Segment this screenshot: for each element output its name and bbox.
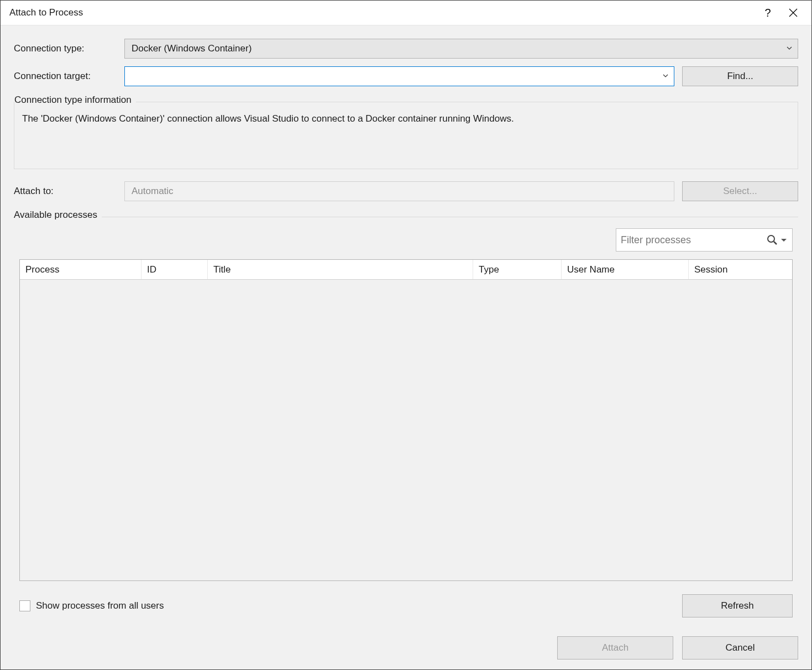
cancel-button[interactable]: Cancel — [682, 636, 798, 659]
column-type[interactable]: Type — [473, 260, 562, 279]
filter-box — [616, 228, 793, 252]
attach-to-label: Attach to: — [14, 186, 124, 197]
svg-point-2 — [768, 235, 774, 242]
connection-type-info-title: Connection type information — [14, 95, 136, 106]
help-button[interactable]: ? — [755, 3, 780, 23]
column-process[interactable]: Process — [20, 260, 142, 279]
dialog-content: Connection type: Docker (Windows Contain… — [1, 25, 811, 669]
show-all-users-checkbox-wrap[interactable]: Show processes from all users — [19, 600, 164, 611]
connection-type-row: Connection type: Docker (Windows Contain… — [14, 39, 798, 59]
column-session[interactable]: Session — [689, 260, 792, 279]
attach-to-process-dialog: Attach to Process ? Connection type: Doc… — [0, 0, 812, 670]
window-title: Attach to Process — [9, 7, 755, 18]
find-button[interactable]: Find... — [682, 66, 798, 86]
column-user-name[interactable]: User Name — [562, 260, 689, 279]
connection-target-input[interactable] — [124, 66, 674, 86]
available-processes-title: Available processes — [14, 210, 102, 221]
table-body — [20, 280, 792, 580]
select-button: Select... — [682, 181, 798, 201]
chevron-down-icon — [781, 239, 787, 242]
connection-type-info-group: Connection type information The 'Docker … — [14, 102, 798, 169]
attach-button: Attach — [557, 636, 673, 659]
help-icon: ? — [764, 7, 771, 19]
search-icon — [767, 234, 778, 245]
column-title[interactable]: Title — [208, 260, 473, 279]
show-all-users-checkbox[interactable] — [19, 600, 30, 611]
attach-to-input — [124, 181, 674, 201]
close-button[interactable] — [780, 3, 806, 23]
connection-target-combo — [124, 66, 674, 86]
svg-line-3 — [774, 242, 777, 244]
table-header: Process ID Title Type User Name Session — [20, 260, 792, 280]
titlebar: Attach to Process ? — [1, 1, 811, 25]
show-all-users-label: Show processes from all users — [36, 600, 164, 611]
filter-search-button[interactable] — [766, 234, 788, 245]
connection-type-select[interactable]: Docker (Windows Container) — [124, 39, 798, 59]
available-processes-group: Available processes Process ID Title Typ… — [14, 217, 798, 623]
footer-row: Attach Cancel — [14, 636, 798, 659]
column-id[interactable]: ID — [142, 260, 208, 279]
connection-type-info-text: The 'Docker (Windows Container)' connect… — [22, 109, 790, 159]
available-bottom-row: Show processes from all users Refresh — [14, 594, 798, 623]
refresh-button[interactable]: Refresh — [682, 594, 793, 617]
close-icon — [789, 8, 798, 17]
filter-processes-input[interactable] — [621, 234, 766, 246]
connection-target-label: Connection target: — [14, 71, 124, 82]
attach-to-row: Attach to: Select... — [14, 181, 798, 201]
filter-row — [14, 228, 798, 252]
connection-type-label: Connection type: — [14, 43, 124, 54]
connection-type-select-wrap: Docker (Windows Container) — [124, 39, 798, 59]
processes-table[interactable]: Process ID Title Type User Name Session — [19, 259, 793, 581]
connection-target-row: Connection target: Find... — [14, 66, 798, 86]
